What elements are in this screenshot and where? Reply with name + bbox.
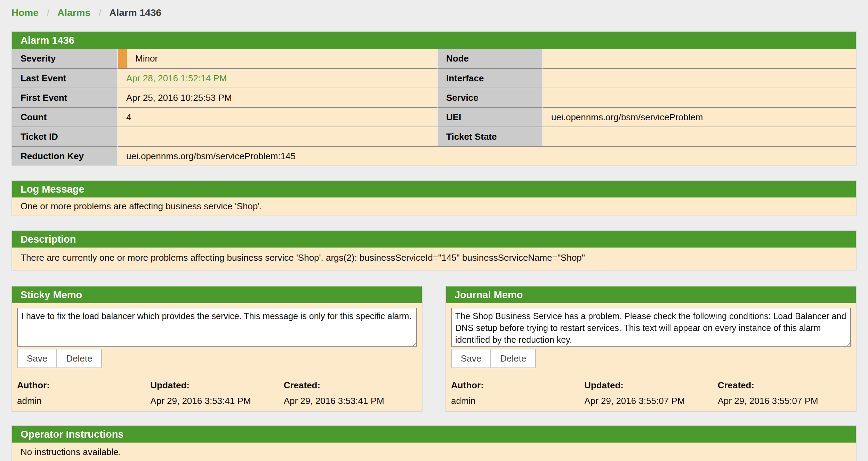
- journal-memo-button-group: Save Delete: [451, 349, 536, 368]
- journal-memo-updated-col: Updated: Apr 29, 2016 3:55:07 PM: [584, 380, 717, 406]
- operator-instructions-title: Operator Instructions: [12, 426, 856, 443]
- updated-label: Updated:: [150, 380, 283, 391]
- field-label-ticket-state: Ticket State: [437, 127, 542, 146]
- journal-memo-author-col: Author: admin: [451, 380, 584, 406]
- field-label-interface: Interface: [437, 68, 542, 88]
- journal-memo-created-col: Created: Apr 29, 2016 3:55:07 PM: [718, 380, 851, 406]
- field-label-ticket-id: Ticket ID: [12, 127, 117, 146]
- sticky-memo-textarea[interactable]: I have to fix the load balancer which pr…: [17, 308, 417, 347]
- journal-memo-delete-button[interactable]: Delete: [490, 349, 536, 368]
- field-label-uei: UEI: [437, 107, 542, 127]
- author-value: admin: [17, 396, 150, 406]
- field-value-last-event: Apr 28, 2016 1:52:14 PM: [117, 68, 437, 88]
- field-value-ticket-state: [542, 127, 856, 146]
- log-message-title: Log Message: [12, 181, 856, 197]
- field-label-service: Service: [437, 88, 542, 107]
- updated-label: Updated:: [584, 380, 717, 391]
- alarm-panel: Alarm 1436 Severity Minor Node Last Even…: [11, 31, 857, 166]
- field-value-severity: Minor: [117, 49, 437, 68]
- field-value-node: [542, 49, 856, 68]
- alarm-panel-title: Alarm 1436: [12, 32, 856, 49]
- sticky-memo-meta: Author: admin Updated: Apr 29, 2016 3:53…: [17, 380, 417, 406]
- sticky-memo-title: Sticky Memo: [12, 286, 422, 303]
- severity-value-text: Minor: [135, 53, 158, 64]
- field-value-uei: uei.opennms.org/bsm/serviceProblem: [542, 107, 856, 127]
- sticky-memo-body: I have to fix the load balancer which pr…: [12, 303, 422, 411]
- updated-value: Apr 29, 2016 3:55:07 PM: [584, 396, 717, 406]
- author-value: admin: [451, 396, 584, 406]
- operator-instructions-panel: Operator Instructions No instructions av…: [11, 425, 857, 461]
- field-value-ticket-id: [117, 127, 437, 146]
- created-value: Apr 29, 2016 3:55:07 PM: [718, 396, 851, 406]
- alarm-detail-page: Home / Alarms / Alarm 1436 Alarm 1436 Se…: [0, 0, 868, 461]
- sticky-memo-save-button[interactable]: Save: [17, 349, 57, 368]
- alarm-table: Severity Minor Node Last Event Apr 28, 2…: [12, 49, 856, 165]
- field-value-first-event: Apr 25, 2016 10:25:53 PM: [117, 88, 437, 107]
- field-value-interface: [542, 68, 856, 88]
- field-label-last-event: Last Event: [12, 68, 117, 88]
- description-text: There are currently one or more problems…: [12, 248, 856, 270]
- sticky-memo-button-group: Save Delete: [17, 349, 102, 368]
- log-message-text: One or more problems are affecting busin…: [12, 197, 856, 216]
- operator-instructions-text: No instructions available.: [12, 443, 856, 461]
- severity-indicator: [118, 49, 127, 68]
- journal-memo-meta: Author: admin Updated: Apr 29, 2016 3:55…: [451, 380, 851, 406]
- breadcrumb-separator: /: [47, 7, 50, 18]
- field-label-count: Count: [12, 107, 117, 127]
- field-label-first-event: First Event: [12, 88, 117, 107]
- sticky-memo-author-col: Author: admin: [17, 380, 150, 406]
- description-title: Description: [12, 231, 856, 248]
- breadcrumb-separator: /: [99, 7, 102, 18]
- field-value-count: 4: [117, 107, 437, 127]
- updated-value: Apr 29, 2016 3:53:41 PM: [150, 396, 283, 406]
- description-panel: Description There are currently one or m…: [11, 230, 857, 271]
- author-label: Author:: [17, 380, 150, 391]
- field-value-service: [542, 88, 856, 107]
- log-message-panel: Log Message One or more problems are aff…: [11, 180, 857, 216]
- breadcrumb: Home / Alarms / Alarm 1436: [11, 0, 857, 19]
- field-label-severity: Severity: [12, 49, 117, 68]
- sticky-memo-created-col: Created: Apr 29, 2016 3:53:41 PM: [284, 380, 417, 406]
- journal-memo-textarea[interactable]: The Shop Business Service has a problem.…: [451, 308, 851, 347]
- field-value-reduction-key: uei.opennms.org/bsm/serviceProblem:145: [117, 146, 856, 165]
- field-label-node: Node: [437, 49, 542, 68]
- author-label: Author:: [451, 380, 584, 391]
- sticky-memo-panel: Sticky Memo I have to fix the load balan…: [11, 286, 423, 412]
- created-label: Created:: [284, 380, 417, 391]
- journal-memo-body: The Shop Business Service has a problem.…: [446, 303, 856, 411]
- created-value: Apr 29, 2016 3:53:41 PM: [284, 396, 417, 406]
- breadcrumb-current: Alarm 1436: [109, 7, 161, 18]
- breadcrumb-alarms-link[interactable]: Alarms: [57, 7, 90, 18]
- journal-memo-title: Journal Memo: [446, 286, 856, 303]
- created-label: Created:: [718, 380, 851, 391]
- field-label-reduction-key: Reduction Key: [12, 146, 117, 165]
- sticky-memo-delete-button[interactable]: Delete: [56, 349, 102, 368]
- journal-memo-panel: Journal Memo The Shop Business Service h…: [445, 286, 857, 412]
- memo-row: Sticky Memo I have to fix the load balan…: [11, 286, 857, 412]
- journal-memo-save-button[interactable]: Save: [451, 349, 491, 368]
- sticky-memo-updated-col: Updated: Apr 29, 2016 3:53:41 PM: [150, 380, 283, 406]
- breadcrumb-home-link[interactable]: Home: [11, 7, 39, 18]
